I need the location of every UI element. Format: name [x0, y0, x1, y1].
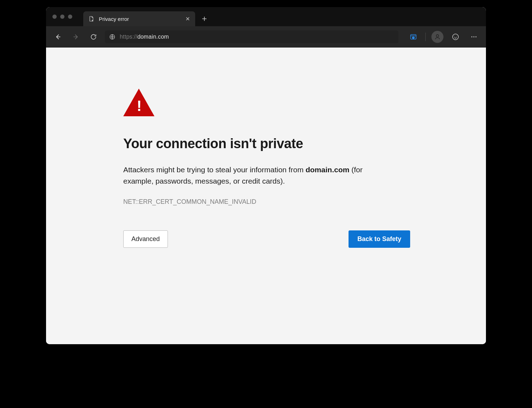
- feedback-smile-icon[interactable]: [449, 30, 462, 43]
- svg-point-6: [471, 36, 472, 37]
- settings-menu-button[interactable]: [468, 30, 480, 43]
- svg-point-3: [453, 34, 459, 40]
- svg-point-4: [454, 36, 455, 36]
- window-zoom-dot[interactable]: [68, 15, 72, 19]
- button-row: Advanced Back to Safety: [123, 230, 410, 248]
- address-bar[interactable]: https://domain.com: [105, 30, 398, 43]
- error-code: NET::ERR_CERT_COMMON_NAME_INVALID: [123, 198, 410, 206]
- warning-exclamation: !: [137, 99, 141, 113]
- close-tab-button[interactable]: [185, 16, 190, 21]
- advanced-button[interactable]: Advanced: [123, 230, 168, 248]
- address-url: https://domain.com: [120, 34, 169, 40]
- window-close-dot[interactable]: [52, 15, 57, 19]
- window-minimize-dot[interactable]: [60, 15, 64, 19]
- window-controls: [52, 15, 72, 19]
- new-tab-button[interactable]: [197, 11, 211, 26]
- svg-point-5: [456, 36, 457, 36]
- svg-point-7: [474, 36, 475, 37]
- globe-icon: [109, 34, 115, 40]
- error-desc-before: Attackers might be trying to steal your …: [123, 166, 306, 174]
- profile-button[interactable]: [431, 31, 443, 43]
- tracking-prevention-icon[interactable]: [407, 30, 420, 43]
- svg-point-8: [475, 36, 476, 37]
- browser-window: Privacy error: [46, 7, 486, 344]
- toolbar-right-cluster: [407, 30, 480, 43]
- toolbar-divider: [425, 33, 426, 41]
- page-content: ! Your connection isn't private Attacker…: [46, 47, 486, 344]
- file-error-icon: [88, 16, 95, 22]
- back-to-safety-button[interactable]: Back to Safety: [349, 230, 410, 248]
- tab-title: Privacy error: [99, 16, 181, 22]
- warning-triangle-icon: !: [123, 89, 154, 116]
- forward-button[interactable]: [69, 30, 82, 43]
- url-scheme: https://: [120, 34, 137, 40]
- tab-strip: Privacy error: [46, 7, 486, 26]
- refresh-button[interactable]: [87, 30, 100, 43]
- error-domain: domain.com: [306, 166, 350, 174]
- error-description: Attackers might be trying to steal your …: [123, 164, 392, 187]
- error-heading: Your connection isn't private: [123, 136, 410, 151]
- svg-point-2: [436, 34, 439, 37]
- toolbar: https://domain.com: [46, 26, 486, 47]
- tab-active[interactable]: Privacy error: [83, 11, 195, 26]
- url-host: domain.com: [137, 34, 169, 40]
- back-button[interactable]: [52, 30, 64, 43]
